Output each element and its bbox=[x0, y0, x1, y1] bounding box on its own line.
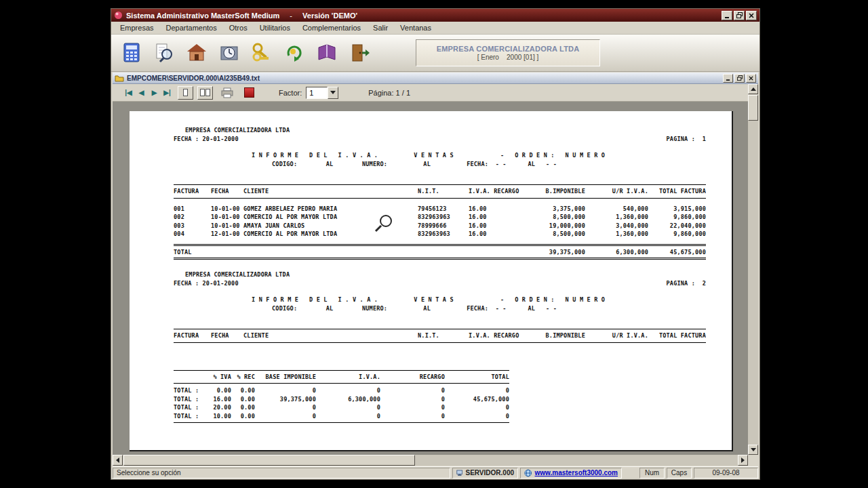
calculator-button[interactable] bbox=[118, 39, 145, 67]
iva-detail-table-p2: FACTURA FECHA CLIENTE N.I.T. I.V.A. RECA… bbox=[174, 329, 706, 343]
scroll-down-button[interactable] bbox=[748, 445, 758, 455]
keys-icon bbox=[251, 42, 273, 64]
report-toolbar: |◀ ◀ ▶ ▶| Factor: 1 bbox=[113, 84, 758, 102]
report-filters-p1: CODIGO: AL NUMERO: AL FECHA: - - AL - - bbox=[272, 160, 732, 169]
server-name: SERVIDOR.000 bbox=[465, 469, 514, 476]
search-button[interactable] bbox=[151, 39, 178, 67]
arrow-left-icon bbox=[113, 458, 119, 463]
next-page-button[interactable]: ▶ bbox=[148, 86, 161, 99]
menu-otros[interactable]: Otros bbox=[223, 22, 254, 33]
main-toolbar: EMPRESA COMERCIALIZADORA LTDA [ Enero 20… bbox=[111, 35, 760, 72]
two-page-view-button[interactable] bbox=[197, 86, 213, 100]
table-row: 00210-01-00COMERCIO AL POR MAYOR LTDA832… bbox=[174, 213, 706, 222]
factor-select[interactable]: 1 bbox=[306, 87, 338, 99]
single-page-view-button[interactable] bbox=[178, 86, 193, 100]
report-close-button[interactable] bbox=[746, 74, 756, 83]
report-fecha-p2: FECHA : 20-01-2000 bbox=[174, 279, 239, 288]
minimize-button[interactable] bbox=[722, 11, 732, 20]
factor-label: Factor: bbox=[279, 89, 302, 97]
report-minimize-button[interactable] bbox=[723, 74, 733, 83]
close-icon bbox=[749, 13, 754, 18]
website-panel: www.mastersoft3000.com bbox=[520, 468, 622, 479]
table-row: TOTAL :0.000.000000 bbox=[174, 384, 509, 395]
search-icon bbox=[153, 42, 175, 64]
horizontal-scroll-thumb[interactable] bbox=[123, 455, 415, 466]
printer-icon bbox=[221, 87, 233, 98]
close-button[interactable] bbox=[746, 11, 757, 20]
report-fecha-p1: FECHA : 20-01-2000 bbox=[174, 135, 239, 144]
minimize-icon bbox=[724, 13, 730, 18]
restore-icon bbox=[736, 12, 743, 18]
iva-detail-table: FACTURA FECHA CLIENTE N.I.T. I.V.A. RECA… bbox=[174, 184, 706, 260]
caps-lock-indicator: Caps bbox=[667, 468, 692, 479]
detail-header-row: FACTURA FECHA CLIENTE N.I.T. I.V.A. RECA… bbox=[174, 329, 706, 343]
page-icon bbox=[183, 89, 188, 96]
report-window-titlebar: EMPCOMER\SERVIDOR.000\AI235B49.txt bbox=[113, 73, 758, 84]
vertical-scrollbar[interactable] bbox=[748, 84, 758, 455]
recycle-button[interactable] bbox=[281, 39, 308, 67]
website-link[interactable]: www.mastersoft3000.com bbox=[535, 469, 618, 476]
home-button[interactable] bbox=[183, 39, 210, 67]
home-icon bbox=[186, 42, 208, 64]
restore-button[interactable] bbox=[734, 11, 745, 20]
menu-departamentos[interactable]: Departamentos bbox=[160, 22, 223, 33]
server-panel: SERVIDOR.000 bbox=[452, 468, 518, 479]
page-icon bbox=[205, 89, 210, 96]
factor-value[interactable]: 1 bbox=[306, 87, 328, 99]
table-row: TOTAL :10.000.000000 bbox=[174, 412, 509, 423]
globe-icon bbox=[524, 469, 532, 477]
close-report-button[interactable] bbox=[244, 87, 254, 98]
book-button[interactable] bbox=[313, 39, 340, 67]
arrow-down-icon bbox=[751, 448, 756, 454]
folder-icon bbox=[115, 75, 124, 82]
arrow-up-icon bbox=[751, 85, 756, 91]
clock-button[interactable] bbox=[216, 39, 243, 67]
detail-header-row: FACTURA FECHA CLIENTE N.I.T. I.V.A. RECA… bbox=[174, 185, 706, 199]
page-indicator: Página: 1 / 1 bbox=[368, 89, 410, 97]
menu-empresas[interactable]: Empresas bbox=[114, 22, 160, 33]
table-row: TOTAL :20.000.000000 bbox=[174, 403, 509, 412]
previous-page-button[interactable]: ◀ bbox=[135, 86, 148, 99]
report-pagina-p2: PAGINA : 2 bbox=[667, 279, 707, 288]
horizontal-scrollbar[interactable] bbox=[113, 455, 748, 466]
menu-salir[interactable]: Salir bbox=[367, 22, 394, 33]
table-row: 00110-01-00GOMEZ ARBELAEZ PEDRO MARIA794… bbox=[174, 198, 706, 213]
calculator-icon bbox=[121, 42, 142, 64]
scroll-left-button[interactable] bbox=[113, 455, 123, 466]
table-row: 00412-01-00COMERCIO AL POR MAYOR LTDA832… bbox=[174, 230, 706, 245]
vertical-scroll-thumb[interactable] bbox=[748, 95, 758, 121]
report-restore-button[interactable] bbox=[734, 74, 745, 83]
report-company-p1: EMPRESA COMERCIALIZADORA LTDA bbox=[185, 126, 732, 135]
app-title-separator: - bbox=[290, 12, 292, 20]
report-viewport[interactable]: EMPRESA COMERCIALIZADORA LTDA FECHA : 20… bbox=[113, 102, 748, 455]
desktop: Sistema Administrativo MasterSoft Medium… bbox=[0, 0, 868, 488]
report-title-p2: I N F O R M E D E L I . V . A . V E N T … bbox=[252, 296, 732, 304]
scroll-right-button[interactable] bbox=[738, 455, 748, 466]
menu-utilitarios[interactable]: Utilitarios bbox=[254, 22, 296, 33]
app-titlebar: Sistema Administrativo MasterSoft Medium… bbox=[111, 9, 760, 22]
chevron-down-icon[interactable] bbox=[328, 87, 338, 99]
page-icon bbox=[200, 89, 205, 96]
exit-button[interactable] bbox=[346, 39, 373, 67]
print-button[interactable] bbox=[220, 86, 235, 100]
report-title-p1: I N F O R M E D E L I . V . A . V E N T … bbox=[252, 151, 732, 160]
table-row: 00310-01-00AMAYA JUAN CARLOS7899966616.0… bbox=[174, 222, 706, 230]
menu-complementarios[interactable]: Complementarios bbox=[296, 22, 367, 33]
total-row: TOTAL 39,375,000 6,300,000 45,675,000 bbox=[174, 245, 706, 259]
arrow-right-icon bbox=[741, 458, 747, 463]
menu-bar: Empresas Departamentos Otros Utilitarios… bbox=[111, 22, 760, 35]
app-version: Versión 'DEMO' bbox=[302, 12, 357, 20]
company-panel: EMPRESA COMERCIALIZADORA LTDA [ Enero 20… bbox=[416, 39, 600, 66]
first-page-button[interactable]: |◀ bbox=[122, 86, 135, 99]
keys-button[interactable] bbox=[248, 39, 275, 67]
status-bar: Seleccione su opción SERVIDOR.000 www.ma… bbox=[113, 466, 758, 479]
num-lock-indicator: Num bbox=[639, 468, 665, 479]
last-page-button[interactable]: ▶| bbox=[161, 86, 174, 99]
report-content: EMPRESA COMERCIALIZADORA LTDA FECHA : 20… bbox=[130, 111, 732, 423]
app-window: Sistema Administrativo MasterSoft Medium… bbox=[111, 8, 760, 480]
scroll-up-button[interactable] bbox=[748, 84, 758, 94]
restore-icon bbox=[737, 75, 743, 81]
status-date: 09-09-08 bbox=[694, 468, 758, 479]
report-page: EMPRESA COMERCIALIZADORA LTDA FECHA : 20… bbox=[130, 111, 733, 451]
menu-ventanas[interactable]: Ventanas bbox=[394, 22, 437, 33]
